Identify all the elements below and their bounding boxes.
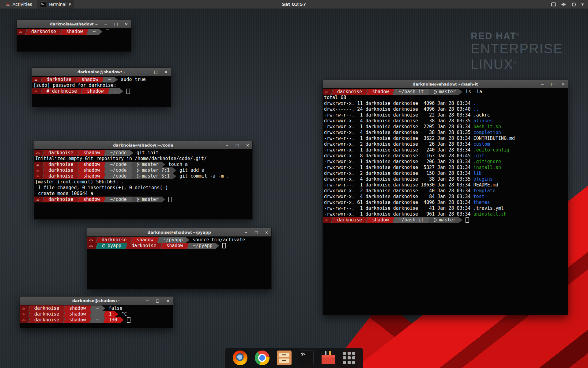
close-button[interactable]: × <box>164 70 168 74</box>
window-titlebar[interactable]: darknoise@shadow:~/pyapp −□× <box>87 228 271 237</box>
rhel-wallpaper-logo: RED HAT® ENTERPRISE LINUX® <box>471 31 563 71</box>
powerline-separator <box>89 305 93 311</box>
command-text: ^C <box>122 311 127 317</box>
redhat-prompt-icon <box>34 162 41 167</box>
terminal-line: -rw-rw-r--. 1 darknoise darknoise 41 Jan… <box>323 205 568 211</box>
terminal-content[interactable]: darknoiseshadow~ <box>17 28 131 52</box>
ls-filename: themes <box>473 200 490 205</box>
powerline-separator <box>103 162 107 167</box>
ls-row-meta: drwxrwxr-x. 11 darknoise darknoise 4096 … <box>323 101 473 106</box>
minimize-button[interactable]: − <box>244 230 248 235</box>
powerline-arrow <box>173 167 176 173</box>
maximize-button[interactable]: □ <box>254 230 258 235</box>
redhat-prompt-icon <box>20 311 27 317</box>
close-button[interactable]: × <box>166 298 170 303</box>
prompt-segment-path: ~/code <box>107 197 130 202</box>
terminal-window-home-2: darknoise@shadow:~ −□× darknoiseshadow~f… <box>20 296 173 328</box>
minimize-button[interactable]: − <box>225 143 229 148</box>
close-button[interactable]: × <box>561 82 565 86</box>
command-text: sudo true <box>121 77 146 82</box>
redhat-fedora-glyph <box>36 151 40 155</box>
files-icon[interactable] <box>277 351 292 365</box>
volume-icon[interactable] <box>561 2 567 7</box>
terminal-content[interactable]: darknoiseshadow~/bash-it masterls -latot… <box>323 88 568 315</box>
redhat-prompt-icon <box>34 150 41 156</box>
ls-row-meta: -rwxrwxr-x. 1 darknoise darknoise 2205 J… <box>323 124 473 130</box>
redhat-prompt-icon <box>20 305 27 311</box>
top-bar: Activities $> Terminal ▼ Sat 03:57 <box>0 0 588 9</box>
powerline-separator <box>130 237 134 243</box>
terminal-line: pyappdarknoiseshadow~/pyapp <box>87 243 271 249</box>
minimize-button[interactable]: − <box>104 22 107 26</box>
window-titlebar[interactable]: darknoise@shadow:~/code −□× <box>34 141 252 150</box>
powerline-separator <box>156 237 160 243</box>
terminal-line: Initialized empty Git repository in /hom… <box>34 156 252 162</box>
app-grid-icon[interactable] <box>343 352 355 364</box>
powerline-separator <box>27 305 31 311</box>
prompt-segment-path: ~/pyapp <box>190 243 216 249</box>
clock[interactable]: Sat 03:57 <box>0 2 588 7</box>
command-text: git add a <box>179 167 204 173</box>
chevron-down-icon[interactable]: ▼ <box>581 3 584 6</box>
prompt-segment-venv: pyapp <box>99 243 124 249</box>
ls-row-meta: drwxrwxr-x. 61 darknoise darknoise 4096 … <box>323 200 473 205</box>
toolbox-icon[interactable] <box>321 351 336 365</box>
prompt-segment-user: darknoise <box>45 150 76 156</box>
maximize-button[interactable]: □ <box>156 298 160 303</box>
terminal-line: 1 file changed, 0 insertions(+), 0 delet… <box>34 185 252 191</box>
redhat-prompt-icon <box>323 217 330 223</box>
powerline-arrow <box>173 173 176 179</box>
prompt-segment-path: ~ <box>93 311 102 317</box>
chrome-icon[interactable] <box>255 351 270 365</box>
window-titlebar[interactable]: darknoise@shadow:~/bash-it −□× <box>323 80 568 89</box>
maximize-button[interactable]: □ <box>154 70 158 74</box>
terminal-content[interactable]: darknoiseshadow~sudo true[sudo] password… <box>32 76 171 107</box>
ls-filename: .travis.yml <box>473 205 504 211</box>
redhat-prompt-icon <box>87 243 95 249</box>
git-branch-icon <box>137 168 140 173</box>
prompt-segment-host: shadow <box>66 305 89 311</box>
prompt-segment-path: ~/pyapp <box>160 237 186 243</box>
window-titlebar[interactable]: darknoise@shadow:~ −□× <box>17 20 131 29</box>
terminal-line: -rw-rw-r--. 1 darknoise darknoise 22 Jan… <box>323 112 568 118</box>
powerline-separator <box>40 88 43 94</box>
terminal-content[interactable]: darknoiseshadow~/codegit initInitialized… <box>34 149 252 219</box>
firefox-icon[interactable] <box>233 351 247 365</box>
powerline-arrow <box>120 317 124 323</box>
power-icon[interactable] <box>571 2 576 7</box>
powerline-separator <box>59 29 63 35</box>
powerline-separator <box>102 311 106 317</box>
logo-linux: LINUX <box>471 57 514 72</box>
ls-filename: .. <box>473 106 479 112</box>
minimize-button[interactable]: − <box>146 298 149 303</box>
terminal-line: -rwxrwxr-x. 1 darknoise darknoise 2205 J… <box>323 124 568 130</box>
prompt-segment-path: ~ <box>93 305 102 311</box>
terminal-line: darknoiseshadow~/pyappsource bin/activat… <box>87 237 271 243</box>
ls-row-meta: -rwxrwxr-x. 1 darknoise darknoise 240 Ja… <box>323 147 473 153</box>
window-titlebar[interactable]: darknoise@shadow:~ −□× <box>32 68 171 76</box>
powerline-separator <box>103 150 107 156</box>
ls-filename: .editorconfig <box>473 147 509 153</box>
terminal-line: drwxrwxr-x. 11 darknoise darknoise 4096 … <box>323 101 568 106</box>
maximize-button[interactable]: □ <box>551 82 555 86</box>
terminal-content[interactable]: darknoiseshadow~false darknoiseshadow~1^… <box>20 305 173 328</box>
terminal-content[interactable]: darknoiseshadow~/pyappsource bin/activat… <box>87 236 271 289</box>
close-button[interactable]: × <box>125 22 128 26</box>
close-button[interactable]: × <box>265 230 268 235</box>
terminal-icon[interactable] <box>299 351 314 365</box>
maximize-button[interactable]: □ <box>114 22 118 26</box>
minimize-button[interactable]: − <box>144 70 147 74</box>
redhat-prompt-icon <box>17 29 24 35</box>
ls-row-meta: drwx------. 24 darknoise darknoise 4096 … <box>323 106 473 112</box>
display-icon[interactable] <box>551 2 556 7</box>
minimize-button[interactable]: − <box>541 82 544 86</box>
ls-row-meta: -rw-rw-r--. 1 darknoise darknoise 3622 J… <box>323 136 473 141</box>
ls-filename: plugins <box>473 176 493 182</box>
close-button[interactable]: × <box>246 143 249 148</box>
window-titlebar[interactable]: darknoise@shadow:~ −□× <box>20 297 173 305</box>
powerline-separator <box>130 173 134 179</box>
output-text: 1 file changed, 0 insertions(+), 0 delet… <box>34 185 168 191</box>
ls-row-meta: drwxrwxr-x. 2 darknoise darknoise 40 Jan… <box>323 188 473 194</box>
powerline-separator <box>330 89 334 95</box>
maximize-button[interactable]: □ <box>236 143 239 148</box>
